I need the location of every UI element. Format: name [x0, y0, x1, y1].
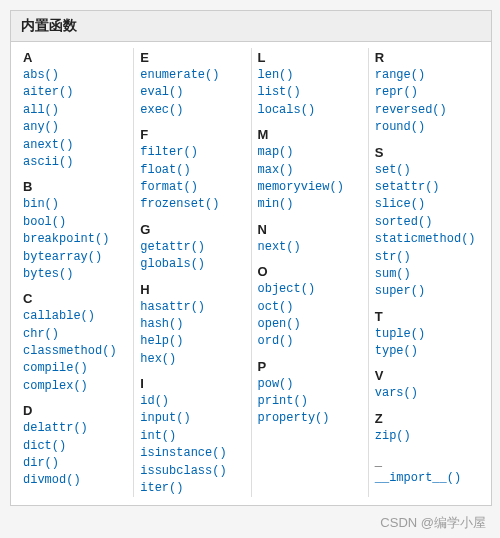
fn-delattr[interactable]: delattr()	[21, 420, 129, 437]
group-head-E: E	[138, 50, 246, 65]
fn-filter[interactable]: filter()	[138, 144, 246, 161]
column-2: E enumerate() eval() exec() F filter() f…	[134, 48, 251, 497]
fn-setattr[interactable]: setattr()	[373, 179, 481, 196]
group-head-L: L	[256, 50, 364, 65]
fn-format[interactable]: format()	[138, 179, 246, 196]
fn-bytes[interactable]: bytes()	[21, 266, 129, 283]
column-1: A abs() aiter() all() any() anext() asci…	[17, 48, 134, 497]
fn-map[interactable]: map()	[256, 144, 364, 161]
group-head-V: V	[373, 368, 481, 383]
group-head-H: H	[138, 282, 246, 297]
fn-max[interactable]: max()	[256, 162, 364, 179]
group-head-I: I	[138, 376, 246, 391]
fn-breakpoint[interactable]: breakpoint()	[21, 231, 129, 248]
fn-sum[interactable]: sum()	[373, 266, 481, 283]
fn-str[interactable]: str()	[373, 249, 481, 266]
fn-staticmethod[interactable]: staticmethod()	[373, 231, 481, 248]
group-head-D: D	[21, 403, 129, 418]
fn-tuple[interactable]: tuple()	[373, 326, 481, 343]
fn-help[interactable]: help()	[138, 333, 246, 350]
fn-set[interactable]: set()	[373, 162, 481, 179]
fn-callable[interactable]: callable()	[21, 308, 129, 325]
fn-globals[interactable]: globals()	[138, 256, 246, 273]
fn-float[interactable]: float()	[138, 162, 246, 179]
fn-bool[interactable]: bool()	[21, 214, 129, 231]
fn-sorted[interactable]: sorted()	[373, 214, 481, 231]
fn-classmethod[interactable]: classmethod()	[21, 343, 129, 360]
watermark-text: CSDN @编学小屋	[380, 514, 486, 516]
fn-input[interactable]: input()	[138, 410, 246, 427]
group-head-B: B	[21, 179, 129, 194]
group-head-M: M	[256, 127, 364, 142]
columns-wrapper: A abs() aiter() all() any() anext() asci…	[11, 42, 491, 505]
fn-round[interactable]: round()	[373, 119, 481, 136]
group-head-O: O	[256, 264, 364, 279]
fn-pow[interactable]: pow()	[256, 376, 364, 393]
fn-iter[interactable]: iter()	[138, 480, 246, 497]
fn-exec[interactable]: exec()	[138, 102, 246, 119]
fn-dir[interactable]: dir()	[21, 455, 129, 472]
group-head-T: T	[373, 309, 481, 324]
group-head-P: P	[256, 359, 364, 374]
group-head-G: G	[138, 222, 246, 237]
fn-hash[interactable]: hash()	[138, 316, 246, 333]
fn-int[interactable]: int()	[138, 428, 246, 445]
fn-slice[interactable]: slice()	[373, 196, 481, 213]
fn-ord[interactable]: ord()	[256, 333, 364, 350]
fn-print[interactable]: print()	[256, 393, 364, 410]
fn-divmod[interactable]: divmod()	[21, 472, 129, 489]
fn-ascii[interactable]: ascii()	[21, 154, 129, 171]
fn-next[interactable]: next()	[256, 239, 364, 256]
column-4: R range() repr() reversed() round() S se…	[369, 48, 485, 497]
fn-type[interactable]: type()	[373, 343, 481, 360]
fn-isinstance[interactable]: isinstance()	[138, 445, 246, 462]
fn-aiter[interactable]: aiter()	[21, 84, 129, 101]
group-head-Z: Z	[373, 411, 481, 426]
fn-eval[interactable]: eval()	[138, 84, 246, 101]
fn-chr[interactable]: chr()	[21, 326, 129, 343]
panel-header: 内置函数	[11, 11, 491, 42]
fn-bytearray[interactable]: bytearray()	[21, 249, 129, 266]
fn-enumerate[interactable]: enumerate()	[138, 67, 246, 84]
fn-abs[interactable]: abs()	[21, 67, 129, 84]
group-head-F: F	[138, 127, 246, 142]
fn-locals[interactable]: locals()	[256, 102, 364, 119]
fn-memoryview[interactable]: memoryview()	[256, 179, 364, 196]
fn-complex[interactable]: complex()	[21, 378, 129, 395]
fn-bin[interactable]: bin()	[21, 196, 129, 213]
fn-oct[interactable]: oct()	[256, 299, 364, 316]
fn-compile[interactable]: compile()	[21, 360, 129, 377]
fn-range[interactable]: range()	[373, 67, 481, 84]
fn-any[interactable]: any()	[21, 119, 129, 136]
fn-zip[interactable]: zip()	[373, 428, 481, 445]
fn-min[interactable]: min()	[256, 196, 364, 213]
group-head-A: A	[21, 50, 129, 65]
fn-property[interactable]: property()	[256, 410, 364, 427]
fn-anext[interactable]: anext()	[21, 137, 129, 154]
group-head-N: N	[256, 222, 364, 237]
fn-list[interactable]: list()	[256, 84, 364, 101]
fn-frozenset[interactable]: frozenset()	[138, 196, 246, 213]
fn-id[interactable]: id()	[138, 393, 246, 410]
fn-repr[interactable]: repr()	[373, 84, 481, 101]
fn-super[interactable]: super()	[373, 283, 481, 300]
builtin-functions-panel: 内置函数 A abs() aiter() all() any() anext()…	[10, 10, 492, 506]
fn-vars[interactable]: vars()	[373, 385, 481, 402]
fn-issubclass[interactable]: issubclass()	[138, 463, 246, 480]
fn-open[interactable]: open()	[256, 316, 364, 333]
group-head-C: C	[21, 291, 129, 306]
fn-getattr[interactable]: getattr()	[138, 239, 246, 256]
fn-dict[interactable]: dict()	[21, 438, 129, 455]
fn-reversed[interactable]: reversed()	[373, 102, 481, 119]
fn-hex[interactable]: hex()	[138, 351, 246, 368]
fn-object[interactable]: object()	[256, 281, 364, 298]
fn-hasattr[interactable]: hasattr()	[138, 299, 246, 316]
group-head-R: R	[373, 50, 481, 65]
group-head-S: S	[373, 145, 481, 160]
fn-len[interactable]: len()	[256, 67, 364, 84]
fn-import[interactable]: __import__()	[373, 470, 481, 487]
group-head-underscore: _	[373, 453, 481, 468]
fn-all[interactable]: all()	[21, 102, 129, 119]
column-3: L len() list() locals() M map() max() me…	[252, 48, 369, 497]
